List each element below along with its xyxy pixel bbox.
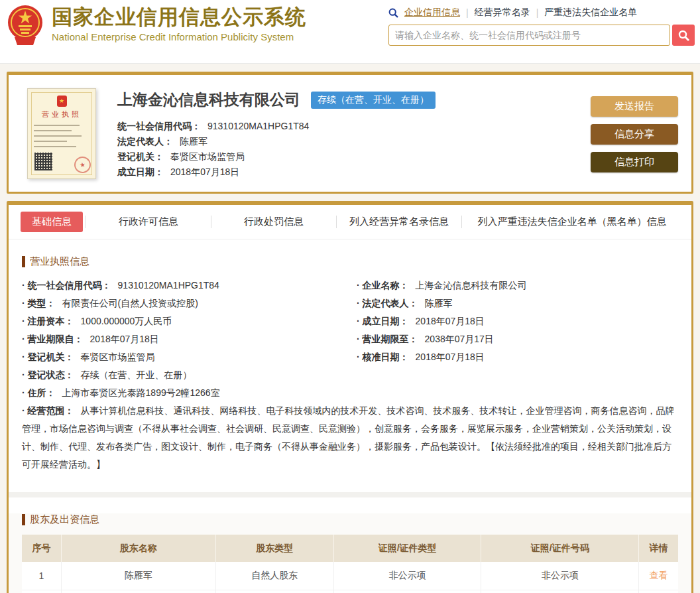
field-value: 从事计算机信息科技、通讯科技、网络科技、电子科技领域内的技术开发、技术咨询、技术… — [22, 405, 675, 470]
field-label: 注册资本： — [28, 316, 74, 326]
table-row: 1 陈雁军 自然人股东 非公示项 非公示项 查看 — [22, 562, 678, 590]
company-name: 上海金沁信息科技有限公司 — [117, 90, 300, 110]
print-info-button[interactable]: 信息打印 — [591, 152, 678, 172]
field-registered-capital: 注册资本：1000.000000万人民币 — [22, 312, 343, 330]
cell-shareholder-type: 自然人股东 — [215, 562, 333, 590]
section-title-text: 股东及出资信息 — [30, 513, 99, 526]
field-credit-code: 统一社会信用代码：91310120MA1HPG1T84 — [22, 277, 343, 295]
tab-administrative-license[interactable]: 行政许可信息 — [89, 216, 208, 228]
nav-link-abnormal-operations[interactable]: 经营异常名录 — [475, 7, 530, 19]
section-title-bar — [22, 514, 25, 525]
business-license-thumbnail[interactable]: ★ 营业执照 ★ — [27, 88, 96, 179]
field-label: 企业名称： — [363, 280, 409, 291]
field-value: 2038年07月17日 — [425, 334, 494, 344]
table-row: 2 魏志轮 自然人股东 非公示项 非公示项 查看 — [22, 590, 678, 593]
field-label: 登记状态： — [28, 369, 74, 380]
shareholders-table: 序号 股东名称 股东类型 证照/证件类型 证照/证件号码 详情 1 陈雁军 自然… — [22, 535, 678, 593]
cell-shareholder-name: 魏志轮 — [61, 590, 215, 593]
field-business-scope: 经营范围：从事计算机信息科技、通讯科技、网络科技、电子科技领域内的技术开发、技术… — [22, 402, 678, 474]
field-label: 成立日期： — [363, 316, 409, 326]
field-label: 类型： — [28, 298, 56, 308]
tab-divider — [86, 216, 86, 228]
field-value: 91310120MA1HPG1T84 — [118, 280, 219, 291]
cell-index: 2 — [22, 590, 61, 593]
national-emblem-logo — [5, 4, 45, 48]
license-text-line — [34, 135, 82, 137]
field-label: 经营范围： — [28, 405, 74, 416]
license-qr-code — [34, 153, 52, 170]
business-license-section: 营业执照信息 统一社会信用代码：91310120MA1HPG1T84 企业名称：… — [9, 255, 691, 483]
table-header-row: 序号 股东名称 股东类型 证照/证件类型 证照/证件号码 详情 — [22, 535, 678, 562]
field-label: 营业期限至： — [363, 334, 418, 344]
nav-separator: | — [536, 7, 539, 18]
field-label: 法定代表人： — [363, 298, 418, 308]
tab-bar: 基础信息 行政许可信息 行政处罚信息 列入经营异常名录信息 列入严重违法失信企业… — [9, 205, 691, 239]
col-header-index: 序号 — [22, 535, 61, 562]
license-text-line — [34, 146, 76, 147]
col-header-certificate-number: 证照/证件号码 — [481, 535, 639, 562]
field-enterprise-name: 企业名称：上海金沁信息科技有限公司 — [357, 277, 678, 295]
company-summary-card: ★ 营业执照 ★ 上海金沁信息科技有限公司 存续（在营、开业、在册） 统一社会信… — [7, 72, 693, 194]
shareholders-section: 股东及出资信息 序号 股东名称 股东类型 证照/证件类型 证照/证件号码 详情 — [9, 513, 691, 593]
field-value: 奉贤区市场监管局 — [170, 151, 245, 162]
cell-certificate-type: 非公示项 — [333, 562, 481, 590]
field-value: 陈雁军 — [180, 136, 207, 147]
tab-administrative-penalty[interactable]: 行政处罚信息 — [214, 216, 333, 228]
summary-field-credit-code: 统一社会信用代码：91310120MA1HPG1T84 — [117, 119, 591, 134]
search-bar — [388, 25, 695, 46]
search-input[interactable] — [388, 25, 670, 46]
status-badge: 存续（在营、开业、在册） — [311, 92, 436, 109]
field-value: 陈雁军 — [425, 298, 453, 308]
field-registration-authority: 登记机关：奉贤区市场监管局 — [22, 348, 343, 366]
tab-abnormal-operations-list[interactable]: 列入经营异常名录信息 — [339, 216, 459, 228]
field-type: 类型：有限责任公司(自然人投资或控股) — [22, 295, 343, 312]
nav-link-serious-violations[interactable]: 严重违法失信企业名单 — [544, 7, 637, 19]
section-title-license: 营业执照信息 — [22, 255, 678, 268]
field-value: 奉贤区市场监管局 — [81, 352, 155, 362]
field-value: 2018年07月18日 — [416, 316, 485, 326]
share-info-button[interactable]: 信息分享 — [591, 124, 678, 145]
section-title-bar — [22, 256, 25, 267]
field-value: 有限责任公司(自然人投资或控股) — [62, 298, 198, 308]
field-label: 登记机关： — [117, 151, 164, 162]
tab-basic-info[interactable]: 基础信息 — [21, 212, 83, 232]
send-report-button[interactable]: 发送报告 — [591, 96, 678, 117]
company-info: 上海金沁信息科技有限公司 存续（在营、开业、在册） 统一社会信用代码：91310… — [117, 88, 591, 192]
tab-blacklist[interactable]: 列入严重违法失信企业名单（黑名单）信息 — [465, 216, 679, 228]
detail-card: 基础信息 行政许可信息 行政处罚信息 列入经营异常名录信息 列入严重违法失信企业… — [7, 201, 693, 593]
view-detail-link[interactable]: 查看 — [650, 570, 668, 580]
license-thumb-title: 营业执照 — [34, 109, 89, 119]
summary-field-legal-rep: 法定代表人：陈雁军 — [117, 134, 591, 149]
section-divider — [9, 492, 691, 497]
field-value: 上海金沁信息科技有限公司 — [416, 280, 527, 291]
col-header-certificate-type: 证照/证件类型 — [333, 535, 481, 562]
field-label: 统一社会信用代码： — [117, 121, 201, 131]
cell-index: 1 — [22, 562, 61, 590]
nav-separator: | — [466, 7, 469, 18]
field-label: 住所： — [28, 387, 56, 398]
nav-link-enterprise-credit[interactable]: 企业信用信息 — [404, 7, 460, 19]
cell-certificate-type: 非公示项 — [333, 590, 481, 593]
tab-divider — [336, 216, 337, 228]
col-header-shareholder-type: 股东类型 — [215, 535, 333, 562]
section-title-text: 营业执照信息 — [30, 255, 89, 268]
search-button-icon — [678, 30, 689, 41]
cell-shareholder-type: 自然人股东 — [215, 590, 333, 593]
summary-field-registration-authority: 登记机关：奉贤区市场监管局 — [117, 149, 591, 165]
field-value: 2018年07月18日 — [90, 334, 159, 344]
field-value: 2018年07月18日 — [416, 352, 485, 362]
col-header-shareholder-name: 股东名称 — [61, 535, 215, 562]
summary-field-establish-date: 成立日期：2018年07月18日 — [117, 165, 591, 180]
license-text-line — [34, 125, 80, 126]
license-text-line — [34, 130, 72, 131]
section-title-shareholders: 股东及出资信息 — [22, 513, 678, 526]
site-title-block: 国家企业信用信息公示系统 National Enterprise Credit … — [52, 5, 306, 42]
field-value: 91310120MA1HPG1T84 — [207, 121, 309, 131]
cell-certificate-number: 非公示项 — [481, 590, 639, 593]
search-button[interactable] — [672, 25, 695, 46]
site-header: 国家企业信用信息公示系统 National Enterprise Credit … — [0, 0, 700, 64]
field-value: 1000.000000万人民币 — [81, 316, 172, 326]
site-title: 国家企业信用信息公示系统 — [52, 5, 306, 29]
license-emblem-icon: ★ — [57, 96, 67, 107]
cell-shareholder-name: 陈雁军 — [61, 562, 215, 590]
